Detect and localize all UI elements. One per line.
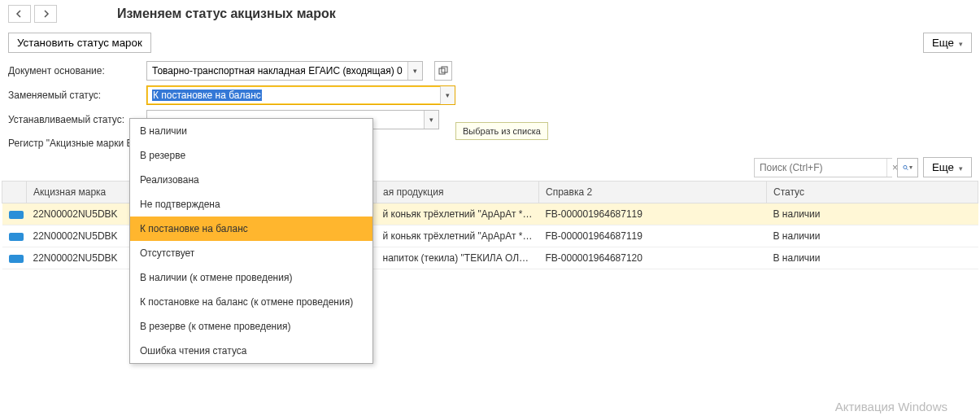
nav-back-button[interactable] [8,5,31,23]
more-button-label: Еще [932,37,954,49]
chevron-down-icon [957,37,963,49]
col-product[interactable]: ая продукция [377,182,539,203]
replaced-status-input[interactable]: К постановке на баланс [147,86,440,104]
cell-status: В наличии [767,247,978,269]
chevron-down-icon [957,161,963,173]
dropdown-item[interactable]: В резерве [130,143,372,168]
col-status[interactable]: Статус [767,182,978,203]
status-dropdown[interactable]: В наличииВ резервеРеализованаНе подтверж… [129,118,373,364]
cell-status: В наличии [767,225,978,247]
replaced-status-dropdown-button[interactable]: ▾ [440,86,455,104]
doc-base-input[interactable] [147,62,407,80]
set-status-label: Устанавливаемый статус: [8,114,138,125]
cell-product: й коньяк трёхлетний "АрАрАт ***" [377,225,539,247]
svg-point-2 [904,165,907,168]
replaced-status-value: К постановке на баланс [152,90,262,101]
col-spravka[interactable]: Справка 2 [539,182,767,203]
mark-icon [9,255,24,263]
dropdown-item[interactable]: Отсутствует [130,241,372,265]
doc-base-label: Документ основание: [8,65,138,77]
more-button-table-label: Еще [932,161,954,173]
dropdown-item[interactable]: Не подтверждена [130,192,372,217]
dropdown-item[interactable]: К постановке на баланс [130,217,372,241]
dropdown-item[interactable]: К постановке на баланс (к отмене проведе… [130,290,372,314]
set-status-dropdown-button[interactable]: ▾ [424,111,438,129]
cell-spravka: FB-000001964687120 [539,247,767,269]
cell-spravka: FB-000001964687119 [539,225,767,247]
cell-spravka: FB-000001964687119 [539,203,767,225]
doc-base-open-button[interactable] [434,61,452,81]
cell-product: й коньяк трёхлетний "АрАрАт ***" [377,203,539,225]
page-title: Изменяем статус акцизных марок [117,7,336,21]
set-stamp-status-button[interactable]: Установить статус марок [8,33,151,53]
nav-forward-button[interactable] [34,5,57,23]
search-input[interactable] [755,159,886,177]
cell-status: В наличии [767,203,978,225]
windows-activation-watermark: Активация Windows [835,400,947,413]
col-icon[interactable] [2,182,27,203]
mark-icon [9,211,24,219]
doc-base-dropdown-button[interactable]: ▾ [407,62,422,80]
dropdown-item[interactable]: В резерве (к отмене проведения) [130,314,372,339]
cell-product: напиток (текила) "ТЕКИЛА ОЛЬ… [377,247,539,269]
dropdown-item[interactable]: Реализована [130,168,372,192]
mark-icon [9,233,24,241]
dropdown-item[interactable]: Ошибка чтения статуса [130,339,372,363]
dropdown-item[interactable]: В наличии (к отмене проведения) [130,265,372,290]
search-wrap: × [754,158,892,177]
more-button-top[interactable]: Еще [923,33,972,53]
more-button-table[interactable]: Еще [923,157,972,177]
dropdown-tooltip: Выбрать из списка [455,122,548,140]
svg-line-3 [907,168,908,170]
replaced-status-label: Заменяемый статус: [8,90,138,101]
dropdown-item[interactable]: В наличии [130,119,372,143]
set-stamp-status-label: Установить статус марок [17,37,142,49]
search-button[interactable]: ▾ [897,158,918,177]
